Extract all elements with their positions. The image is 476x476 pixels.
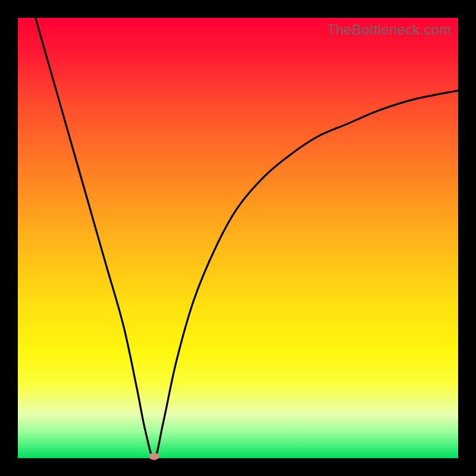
chart-frame: TheBottleneck.com — [0, 0, 476, 476]
bottleneck-curve — [18, 18, 458, 458]
optimal-marker-dot — [149, 453, 159, 460]
plot-area: TheBottleneck.com — [18, 18, 458, 458]
